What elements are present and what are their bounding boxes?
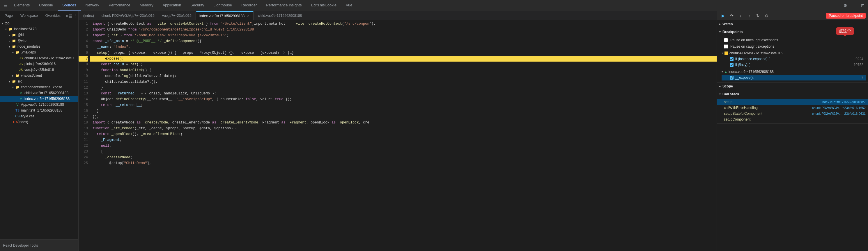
- tab-perf-insights[interactable]: Performance insights: [261, 0, 306, 11]
- sidebar-tab-workspace[interactable]: Workspace: [17, 11, 41, 20]
- pause-caught-label: Pause on caught exceptions: [730, 44, 774, 48]
- bp-entry-index-1-checkbox[interactable]: [730, 76, 734, 80]
- bp-entry-index-1-line: 7: [861, 75, 863, 80]
- call-stack-label: Call Stack: [722, 92, 739, 96]
- pause-caught-checkbox[interactable]: [724, 44, 728, 48]
- code-line-5: __name: "index",: [90, 44, 717, 50]
- file-tab-index-html[interactable]: (index): [80, 11, 97, 20]
- scope-arrow: ▸: [719, 85, 721, 88]
- code-line-17: });: [90, 114, 717, 120]
- step-over-button[interactable]: ↷: [728, 12, 736, 20]
- cs-frame-setupcomponent[interactable]: setupComponent: [717, 116, 868, 122]
- tree-item-pinia[interactable]: ▸ JS pinia.js?v=23bfe016: [0, 61, 78, 67]
- code-line-1: import { createHotContext as __vite__cre…: [90, 21, 717, 27]
- code-editor: 1 2 3 4 5 6 7 8 9 10 11 12 13 14 15 16 1…: [79, 20, 717, 251]
- tree-item-components[interactable]: ▾ 📁 components/defineExpose: [0, 84, 78, 90]
- pause-caught-row: Pause on caught exceptions: [717, 43, 868, 50]
- tab-vue[interactable]: Vue: [341, 0, 357, 11]
- bp-entry-chunk-1-line: 9224: [856, 57, 863, 61]
- cs-frame-setup[interactable]: setup index.vue?t=1716562908188:7: [717, 99, 868, 105]
- tree-item-id[interactable]: ▸ 📁 @id: [0, 32, 78, 38]
- tree-item-main-ts[interactable]: ▸ TS main.ts?t=1716562908188: [0, 107, 78, 113]
- tree-item-index-vue[interactable]: ▸ V index.vue?t=1716562908188: [0, 96, 78, 102]
- tab-security[interactable]: Security: [186, 0, 209, 11]
- watch-label: Watch: [722, 22, 733, 26]
- scope-section-header[interactable]: ▸ Scope: [717, 82, 868, 90]
- resume-button[interactable]: ▶: [719, 12, 727, 20]
- code-line-4: const _sfc_main = /* @__PURE__ */ _defin…: [90, 38, 717, 44]
- file-tree: ▾ top ▾ 📁 localhost:5173 ▸ 📁 @id ▸: [0, 20, 78, 239]
- tab-elements[interactable]: Elements: [9, 0, 34, 11]
- tree-item-top[interactable]: ▾ top: [0, 20, 78, 26]
- tab-lighthouse[interactable]: Lighthouse: [209, 0, 237, 11]
- tab-editthiscookie[interactable]: EditThisCookie: [306, 0, 341, 11]
- cs-frame-callwitherror[interactable]: callWithErrorHandling chunk-PD2AWGJV....…: [717, 105, 868, 111]
- deactivate-breakpoints-button[interactable]: ⊘: [763, 12, 771, 20]
- bp-entry-chunk-1-checkbox[interactable]: [730, 57, 734, 61]
- file-tab-vue-js[interactable]: vue.js?v=23bfe016: [159, 11, 195, 20]
- tree-item-app-vue[interactable]: ▸ V App.vue?t=1716562908188: [0, 102, 78, 107]
- tab-performance[interactable]: Performance: [104, 0, 135, 11]
- ln-23: 23: [79, 149, 88, 154]
- sidebar-toggle-icon[interactable]: ▤: [69, 12, 72, 20]
- ln-25: 25: [79, 160, 88, 166]
- pause-uncaught-checkbox[interactable]: [724, 38, 728, 42]
- menu-icon[interactable]: ☰: [1, 1, 9, 9]
- step-into-button[interactable]: ↓: [737, 12, 744, 20]
- code-line-22: null,: [90, 143, 717, 149]
- sidebar-tab-page[interactable]: Page: [1, 11, 16, 20]
- code-line-25: $setup["ChildDemo"],: [90, 160, 717, 166]
- bp-file-index-vue: ▾ ▲ index.vue?t=1716562908188 __expose()…: [717, 68, 868, 81]
- file-tab-chunk[interactable]: chunk-PD2AWGJV.js?v=23bfe016: [98, 11, 158, 20]
- tree-item-style-css[interactable]: ▸ CSS style.css: [0, 113, 78, 119]
- bp-file-chunk-header[interactable]: ▾ 🟨 chunk-PD2AWGJV.js?v=23bfe016: [721, 50, 866, 56]
- js-file-icon-vue: JS: [19, 68, 23, 71]
- tab-sources[interactable]: Sources: [58, 0, 81, 11]
- ln-22: 22: [79, 143, 88, 149]
- bp-file-index-vue-header[interactable]: ▾ ▲ index.vue?t=1716562908188: [721, 69, 866, 75]
- tree-item-chunk[interactable]: ▸ JS chunk-PD2AWGJV.js?v=23bfe0: [0, 55, 78, 61]
- file-tab-child-vue[interactable]: child.vue?t=1716562908188: [254, 11, 305, 20]
- tree-item-child-vue[interactable]: ▸ V child.vue?t=1716562908188: [0, 90, 78, 96]
- sidebar-tab-overrides[interactable]: Overrides: [42, 11, 64, 20]
- watch-section-header[interactable]: ▸ Watch: [717, 20, 868, 28]
- tree-item-vue-js[interactable]: ▸ JS vue.js?v=23bfe016: [0, 67, 78, 73]
- call-stack-content: setup index.vue?t=1716562908188:7 callWi…: [717, 98, 868, 123]
- call-stack-section-header[interactable]: ▾ Call Stack: [717, 91, 868, 98]
- ln-24: 24: [79, 154, 88, 160]
- folder-icon-node-modules: 📁: [12, 45, 16, 48]
- tab-application[interactable]: Application: [158, 0, 186, 11]
- pause-uncaught-label: Pause on uncaught exceptions: [730, 38, 778, 42]
- tree-item-src[interactable]: ▾ 📁 src: [0, 78, 78, 84]
- cs-fn-setupstateful: setupStatefulComponent: [724, 112, 762, 116]
- ln-13: 13: [79, 91, 88, 97]
- sidebar-sub-tabs: Page Workspace Overrides » ▤ ⋮: [0, 11, 78, 20]
- tree-item-index-html[interactable]: ▸ HTML (index): [0, 119, 78, 125]
- tab-console[interactable]: Console: [34, 0, 58, 11]
- sidebar-more-icon[interactable]: »: [66, 12, 68, 20]
- code-line-12: }: [90, 85, 717, 91]
- more-options-icon[interactable]: ⋮: [850, 1, 858, 9]
- code-lines[interactable]: import { createHotContext as __vite__cre…: [90, 20, 717, 251]
- tree-item-localhost[interactable]: ▾ 📁 localhost:5173: [0, 26, 78, 32]
- main-content: Page Workspace Overrides » ▤ ⋮ ▾ top ▾ 📁…: [0, 11, 868, 251]
- step-button[interactable]: ↻: [754, 12, 762, 20]
- tree-item-vite-deps[interactable]: ▾ 📁 .vite/deps: [0, 49, 78, 55]
- tab-network[interactable]: Network: [81, 0, 104, 11]
- tree-item-vite-dist[interactable]: ▸ 📁 vite/dist/client: [0, 73, 78, 78]
- file-tab-close[interactable]: ✕: [246, 14, 250, 18]
- settings-icon[interactable]: ⚙: [841, 1, 849, 9]
- dock-icon[interactable]: ⊡: [859, 1, 867, 9]
- step-out-button[interactable]: ↑: [745, 12, 753, 20]
- tree-item-vite[interactable]: ▸ 📁 @vite: [0, 38, 78, 44]
- cs-frame-setupstateful[interactable]: setupStatefulComponent chunk-PD2AWGJV...…: [717, 111, 868, 116]
- css-file-icon: CSS: [15, 114, 20, 118]
- ln-11: 11: [79, 79, 88, 85]
- file-tab-index-vue[interactable]: index.vue?t=1716562908188 ✕: [196, 11, 254, 20]
- tab-recorder[interactable]: Recorder: [237, 0, 261, 11]
- tree-item-node-modules[interactable]: ▾ 📁 node_modules: [0, 44, 78, 49]
- tab-memory[interactable]: Memory: [135, 0, 158, 11]
- bp-entry-chunk-2-checkbox[interactable]: [730, 63, 734, 67]
- sidebar-menu-icon[interactable]: ⋮: [73, 12, 77, 20]
- ln-12: 12: [79, 85, 88, 91]
